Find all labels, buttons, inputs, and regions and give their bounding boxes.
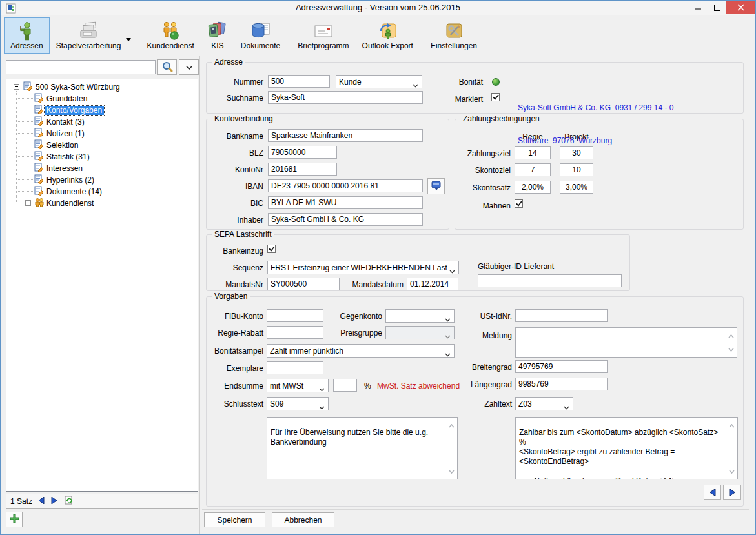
bank-export-icon [431, 180, 442, 193]
bankname-input[interactable] [268, 129, 423, 142]
ust-idnr-input[interactable] [515, 309, 608, 322]
previous-page-button[interactable] [704, 485, 721, 500]
kontonr-input[interactable] [268, 163, 337, 176]
toolbar-briefprogramm-button[interactable]: Briefprogramm [291, 17, 355, 54]
toolbar-dokumente-button[interactable]: Dokumente [234, 17, 287, 54]
collapse-icon[interactable] [14, 84, 19, 90]
tree-item-label-selected[interactable]: Konto/Vorgaben [45, 106, 104, 115]
address-tree: 500 Syka-Soft Würzburg Grunddaten Konto/… [6, 79, 198, 492]
bic-input[interactable] [268, 196, 423, 209]
next-record-icon[interactable] [51, 497, 57, 506]
endsumme-select[interactable]: mit MWSt [267, 379, 329, 392]
toolbar-kundendienst-button[interactable]: Kundendienst [140, 17, 200, 54]
tree-root-label[interactable]: 500 Syka-Soft Würzburg [34, 83, 122, 92]
bankeinzug-checkbox[interactable] [267, 245, 276, 253]
toolbar-stapelverarbeitung-button[interactable]: Stapelverarbeitung [50, 17, 136, 54]
bonitaetsampel-select[interactable]: Zahlt immer pünktlich [267, 344, 455, 358]
nummer-label: Nummer [207, 77, 263, 86]
tree-item-grunddaten[interactable]: Grunddaten [34, 93, 89, 104]
scroll-down-icon[interactable] [729, 467, 735, 476]
tree-item-label[interactable]: Dokumente (14) [45, 187, 104, 196]
tree-item-label[interactable]: Kundendienst [45, 199, 96, 208]
save-button[interactable]: Speichern [204, 512, 265, 527]
exemplare-input[interactable] [267, 361, 323, 374]
scroll-up-icon[interactable] [449, 421, 455, 430]
breitengrad-input[interactable] [515, 360, 608, 373]
toolbar-einstellungen-button[interactable]: Einstellungen [424, 17, 484, 54]
bonitaetsampel-value: Zahlt immer pünktlich [270, 347, 442, 356]
schlusstext-select[interactable]: S09 [267, 397, 329, 410]
glaeubiger-id-input[interactable] [478, 274, 622, 287]
add-record-button[interactable] [6, 512, 23, 527]
mwst-prozent-input[interactable] [333, 379, 357, 392]
scroll-up-icon[interactable] [728, 331, 734, 340]
zahltext-select[interactable]: Z03 [515, 397, 573, 410]
tree-item-label[interactable]: Statistik (31) [45, 152, 92, 161]
tree-item-kontakt[interactable]: Kontakt (3) [34, 116, 87, 127]
tree-item-hyperlinks[interactable]: Hyperlinks (2) [34, 174, 96, 185]
zahlungsziel-projekt-input[interactable] [560, 146, 593, 159]
fibu-konto-input[interactable] [267, 309, 323, 322]
sequenz-select[interactable]: FRST Ersteinzug einer WIEDERKEHRENDEN La… [267, 261, 459, 274]
toolbar-outlook-export-button[interactable]: Outlook Export [356, 17, 420, 54]
chevron-down-icon[interactable] [126, 34, 131, 43]
scroll-up-icon[interactable] [729, 421, 735, 430]
iban-generate-button[interactable] [427, 178, 445, 194]
tree-item-statistik[interactable]: Statistik (31) [34, 151, 92, 162]
tree-item-label[interactable]: Hyperlinks (2) [45, 176, 96, 185]
toolbar-adressen-button[interactable]: Adressen [4, 17, 50, 54]
tree-guide-line [16, 98, 33, 99]
minimize-button[interactable] [689, 1, 708, 14]
mandatsdatum-input[interactable] [407, 278, 458, 290]
skontoziel-projekt-input[interactable] [560, 163, 593, 176]
search-button[interactable] [157, 59, 177, 75]
schlusstext-textarea[interactable]: Für Ihre Überweisung nutzen Sie bitte di… [267, 417, 458, 479]
skontosatz-regie-input[interactable] [515, 181, 551, 194]
skontosatz-projekt-input[interactable] [560, 181, 593, 194]
zahltext-textarea[interactable]: Zahlbar bis zum <SkontoDatum> abzüglich … [515, 417, 738, 479]
expand-icon[interactable] [25, 200, 31, 206]
nummer-input[interactable] [268, 75, 330, 88]
close-button[interactable] [726, 1, 755, 14]
next-page-button[interactable] [723, 485, 741, 500]
tree-item-label[interactable]: Kontakt (3) [45, 117, 87, 126]
markiert-checkbox[interactable] [491, 93, 500, 101]
tree-item-label[interactable]: Notizen (1) [45, 129, 87, 138]
mahnen-checkbox[interactable] [515, 199, 523, 208]
meldung-textarea[interactable] [515, 327, 737, 358]
inhaber-input[interactable] [268, 213, 423, 226]
cancel-button[interactable]: Abbrechen [272, 512, 334, 527]
zahlungsziel-regie-input[interactable] [515, 146, 551, 159]
scroll-down-icon[interactable] [728, 345, 734, 354]
previous-record-icon[interactable] [39, 497, 45, 506]
regie-rabatt-input[interactable] [267, 326, 323, 339]
search-options-button[interactable] [179, 59, 199, 75]
tree-item-interessen[interactable]: Interessen [34, 163, 85, 174]
preisgruppe-select[interactable] [385, 326, 455, 339]
scroll-down-icon[interactable] [449, 467, 455, 476]
tree-item-label[interactable]: Selektion [45, 141, 80, 150]
tree-item-selektion[interactable]: Selektion [34, 139, 80, 150]
search-input[interactable] [6, 60, 156, 74]
adresstyp-select[interactable]: Kunde [336, 75, 422, 88]
blz-input[interactable] [268, 146, 337, 159]
toolbar-label: Stapelverarbeitung [56, 41, 121, 50]
tree-item-label[interactable]: Interessen [45, 164, 85, 173]
toolbar-label: KIS [211, 41, 223, 50]
gegenkonto-select[interactable] [385, 309, 455, 323]
toolbar-kis-button[interactable]: KIS [201, 17, 234, 54]
tree-item-konto-vorgaben[interactable]: Konto/Vorgaben [34, 105, 104, 116]
tree-item-dokumente[interactable]: Dokumente (14) [34, 186, 104, 197]
tree-item-label[interactable]: Grunddaten [45, 94, 89, 103]
laengengrad-input[interactable] [515, 378, 608, 390]
maximize-button[interactable] [708, 1, 726, 14]
mandatsnr-input[interactable] [267, 278, 340, 290]
tree-root-row[interactable]: 500 Syka-Soft Würzburg [23, 81, 122, 92]
tree-item-kundendienst[interactable]: Kundendienst [34, 197, 96, 208]
tree-item-notizen[interactable]: Notizen (1) [34, 128, 87, 139]
skontoziel-regie-input[interactable] [515, 163, 551, 176]
suchname-input[interactable] [268, 91, 423, 104]
refresh-icon[interactable] [63, 495, 74, 507]
chevron-down-icon [449, 267, 455, 276]
iban-input[interactable] [268, 179, 423, 192]
